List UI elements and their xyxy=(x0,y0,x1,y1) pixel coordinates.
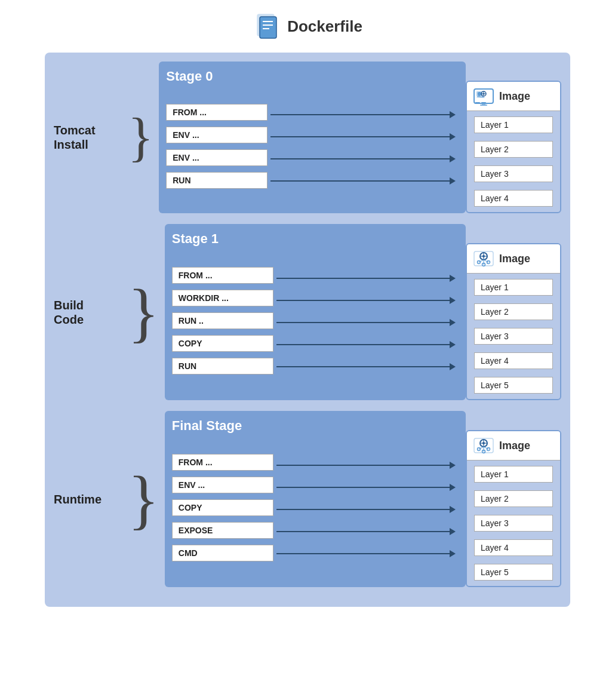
cmd-row-0-1: ENV ... xyxy=(166,127,267,143)
stage-box-1: Stage 1 FROM ... WORKDIR ... RUN .. xyxy=(165,224,466,400)
cmd-rows-0: FROM ... ENV ... ENV ... RUN xyxy=(166,104,267,192)
cmd-box-0-3: RUN xyxy=(166,172,267,189)
cmd-row-f-3: EXPOSE xyxy=(172,522,273,539)
image-panel-0: Image Layer 1 Layer 2 Layer 3 Layer 4 xyxy=(466,81,561,213)
layer-0-1: Layer 2 xyxy=(474,141,553,158)
section-label-0: Tomcat Install xyxy=(54,123,125,152)
rows-image-1: FROM ... WORKDIR ... RUN .. COPY RUN xyxy=(172,251,459,393)
stage-title-0: Stage 0 xyxy=(166,69,459,84)
stage-title-1: Stage 1 xyxy=(172,231,459,247)
cmd-row-1-0: FROM ... xyxy=(172,267,273,284)
layer-1-0: Layer 1 xyxy=(474,279,553,296)
cmd-rows-f: FROM ... ENV ... COPY EXPOSE CMD xyxy=(172,454,273,564)
stage-box-f: Final Stage FROM ... ENV ... COPY xyxy=(165,411,466,587)
layers-col-0: Layer 1 Layer 2 Layer 3 Layer 4 xyxy=(467,111,560,212)
cmd-box-0-2: ENV ... xyxy=(166,149,267,166)
cmd-box-f-1: ENV ... xyxy=(172,477,273,493)
layers-col-1: Layer 1 Layer 2 Layer 3 Layer 4 Layer 5 xyxy=(467,274,560,399)
connector-1-4 xyxy=(276,357,456,376)
cmd-box-f-2: COPY xyxy=(172,499,273,516)
layer-0-0: Layer 1 xyxy=(474,116,553,133)
content-col-f: Final Stage FROM ... ENV ... COPY xyxy=(165,411,561,587)
content-col-0: Stage 0 FROM ... ENV ... ENV ... xyxy=(159,62,561,213)
image-header-f: Image xyxy=(467,431,560,460)
layer-f-2: Layer 3 xyxy=(474,515,553,532)
image-icon-f xyxy=(473,435,494,456)
cmd-rows-1: FROM ... WORKDIR ... RUN .. COPY RUN xyxy=(172,267,273,377)
connector-f-0 xyxy=(276,456,456,475)
connector-f-3 xyxy=(276,522,456,541)
connector-f-4 xyxy=(276,544,456,563)
svg-rect-1 xyxy=(260,17,276,38)
page-title-text: Dockerfile xyxy=(287,17,362,36)
connector-0-0 xyxy=(270,105,456,124)
section-stage0: Tomcat Install } Stage 0 FROM ... ENV ..… xyxy=(54,62,561,213)
connector-0-1 xyxy=(270,127,456,146)
svg-rect-12 xyxy=(480,105,487,106)
connector-f-1 xyxy=(276,478,456,497)
connector-1-3 xyxy=(276,335,456,354)
stage-title-f: Final Stage xyxy=(172,418,459,434)
connector-1-1 xyxy=(276,291,456,310)
brace-0: } xyxy=(128,110,153,164)
connectors-f xyxy=(273,456,459,563)
connector-0-2 xyxy=(270,149,456,168)
rows-image-0: FROM ... ENV ... ENV ... RUN xyxy=(166,89,459,206)
connectors-0 xyxy=(267,105,459,191)
layer-f-1: Layer 2 xyxy=(474,490,553,507)
image-panel-1: Image Layer 1 Layer 2 Layer 3 Layer 4 La… xyxy=(466,243,561,400)
cmd-box-1-2: RUN .. xyxy=(172,312,273,329)
layer-f-4: Layer 5 xyxy=(474,564,553,581)
label-col-f: Runtime } xyxy=(54,411,162,587)
label-col-1: Build Code } xyxy=(54,224,162,400)
layer-0-2: Layer 3 xyxy=(474,165,553,182)
cmd-row-f-1: ENV ... xyxy=(172,477,273,493)
section-label-f: Runtime xyxy=(54,492,125,506)
connector-f-2 xyxy=(276,500,456,519)
layer-0-3: Layer 4 xyxy=(474,190,553,207)
connector-1-2 xyxy=(276,313,456,332)
image-header-1: Image xyxy=(467,244,560,274)
cmd-box-1-0: FROM ... xyxy=(172,267,273,284)
layer-f-0: Layer 1 xyxy=(474,466,553,483)
cmd-row-1-4: RUN xyxy=(172,358,273,374)
cmd-row-1-1: WORKDIR ... xyxy=(172,290,273,306)
cmd-box-1-4: RUN xyxy=(172,358,273,374)
dockerfile-icon xyxy=(253,12,281,41)
content-col-1: Stage 1 FROM ... WORKDIR ... RUN .. xyxy=(165,224,561,400)
rows-image-f: FROM ... ENV ... COPY EXPOSE CMD xyxy=(172,438,459,580)
connectors-1 xyxy=(273,269,459,376)
section-final: Runtime } Final Stage FROM ... ENV ... C… xyxy=(54,411,561,587)
image-panel-f: Image Layer 1 Layer 2 Layer 3 Layer 4 La… xyxy=(466,430,561,587)
cmd-box-0-0: FROM ... xyxy=(166,104,267,121)
connector-0-3 xyxy=(270,171,456,191)
image-icon-1 xyxy=(473,248,494,269)
svg-rect-9 xyxy=(475,102,480,104)
cmd-row-1-2: RUN .. xyxy=(172,312,273,329)
layer-f-3: Layer 4 xyxy=(474,539,553,556)
section-stage1: Build Code } Stage 1 FROM ... WORKDIR ..… xyxy=(54,224,561,400)
cmd-row-f-2: COPY xyxy=(172,499,273,516)
brace-f: } xyxy=(128,466,159,532)
image-title-1: Image xyxy=(499,253,530,265)
cmd-box-0-1: ENV ... xyxy=(166,127,267,143)
cmd-box-1-3: COPY xyxy=(172,335,273,352)
image-title-0: Image xyxy=(499,90,530,103)
image-icon-0 xyxy=(473,85,494,107)
cmd-row-f-0: FROM ... xyxy=(172,454,273,471)
cmd-box-1-1: WORKDIR ... xyxy=(172,290,273,306)
cmd-row-f-4: CMD xyxy=(172,545,273,561)
image-title-f: Image xyxy=(499,440,530,452)
section-label-1: Build Code xyxy=(54,298,125,327)
cmd-box-f-4: CMD xyxy=(172,545,273,561)
layer-1-2: Layer 3 xyxy=(474,328,553,345)
layer-1-4: Layer 5 xyxy=(474,377,553,394)
image-header-0: Image xyxy=(467,82,560,111)
layer-1-1: Layer 2 xyxy=(474,303,553,320)
cmd-box-f-0: FROM ... xyxy=(172,454,273,471)
layer-1-3: Layer 4 xyxy=(474,352,553,369)
cmd-row-0-2: ENV ... xyxy=(166,149,267,166)
brace-1: } xyxy=(128,280,159,345)
label-col-0: Tomcat Install } xyxy=(54,62,156,213)
cmd-box-f-3: EXPOSE xyxy=(172,522,273,539)
